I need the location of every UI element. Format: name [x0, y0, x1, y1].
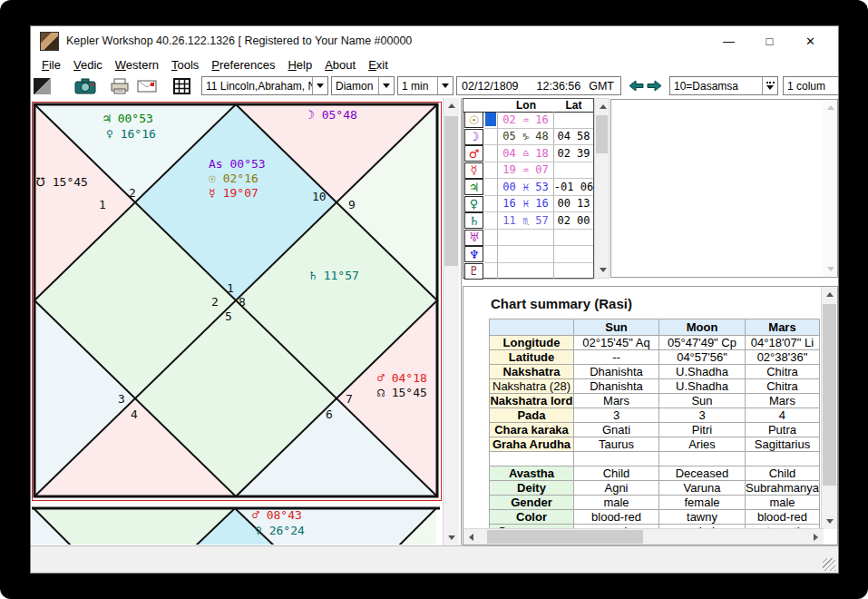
menu-item-tools[interactable]: Tools — [165, 58, 205, 72]
summary-cell: male — [746, 496, 820, 510]
saturn-icon[interactable]: ♄ — [463, 212, 484, 230]
menu-item-preferences[interactable]: Preferences — [205, 58, 281, 72]
selection-cell[interactable] — [484, 196, 498, 213]
chart-selector-combo[interactable]: 11 Lincoln,Abraham, Natal — [201, 76, 328, 95]
chart-scrollbar-thumb[interactable] — [444, 116, 458, 266]
position-row-moon[interactable]: ☽05 ♑ 4804 58 — [463, 129, 593, 146]
selection-cell[interactable] — [484, 145, 498, 162]
camera-icon[interactable] — [74, 78, 96, 94]
menu-item-western[interactable]: Western — [109, 58, 165, 72]
datetime-field[interactable]: 02/12/1809 12:36:56 GMT — [456, 76, 621, 95]
minimize-button[interactable]: — — [708, 27, 749, 54]
selection-cell[interactable] — [484, 162, 498, 180]
summary-scroll-up-arrow[interactable] — [822, 287, 837, 302]
summary-v-scrollbar[interactable] — [821, 287, 837, 529]
summary-cell: Deceased — [659, 466, 746, 481]
chart-planet-label: ℧ 15°45 — [36, 175, 88, 189]
menu-item-exit[interactable]: Exit — [362, 58, 395, 72]
neptune-icon[interactable]: ♆ — [463, 246, 484, 263]
draw-icon[interactable] — [34, 78, 51, 94]
summary-scroll-left-arrow[interactable] — [463, 529, 479, 545]
summary-row: Gendermalefemalemale — [490, 496, 820, 510]
summary-row-label: Gender — [490, 496, 574, 510]
step-forward-arrow-icon[interactable] — [647, 79, 662, 93]
selection-cell[interactable] — [484, 112, 498, 129]
summary-h-scrollbar-thumb[interactable] — [487, 530, 643, 544]
date-value: 02/12/1809 — [457, 80, 519, 93]
pluto-icon[interactable]: ♇ — [463, 263, 484, 280]
position-row-sun[interactable]: ☉02 ♒ 16 — [463, 112, 593, 129]
close-button[interactable]: ✕ — [790, 27, 831, 54]
sun-icon[interactable]: ☉ — [463, 112, 484, 129]
step-selector-value: 1 min — [398, 80, 437, 93]
positions-scrollbar[interactable] — [594, 98, 610, 279]
selection-cell[interactable] — [484, 179, 498, 196]
menu-item-vedic[interactable]: Vedic — [67, 58, 109, 72]
menu-item-file[interactable]: File — [35, 58, 67, 72]
timezone-value: GMT — [580, 80, 614, 93]
position-row-jupiter[interactable]: ♃00 ♓ 53-01 06 — [463, 179, 593, 196]
maximize-button[interactable]: □ — [749, 27, 790, 54]
position-row-mercury[interactable]: ☿19 ♒ 07 — [463, 162, 593, 180]
style-selector-combo[interactable]: Diamon — [331, 76, 395, 95]
uranus-icon[interactable]: ♅ — [463, 230, 484, 247]
position-row-uranus[interactable]: ♅ — [463, 230, 593, 247]
summary-row: Longitude02°15'45" Aq05°47'49" Cp04°18'0… — [490, 336, 820, 350]
chart-selector-value: 11 Lincoln,Abraham, Natal — [202, 80, 312, 93]
chart-scroll-up-arrow[interactable] — [444, 98, 459, 113]
position-row-mars[interactable]: ♂04 ♎ 1802 39 — [463, 145, 593, 162]
email-icon[interactable] — [137, 80, 157, 93]
summary-cell: 04°57'56" — [659, 350, 746, 365]
position-row-saturn[interactable]: ♄11 ♏ 5702 00 — [463, 212, 593, 230]
rasi-chart[interactable]: 2112851093476 ♃ 00°53♀ 16°16☽ 05°48As 00… — [32, 102, 442, 501]
selection-cell[interactable] — [484, 129, 498, 146]
menu-item-help[interactable]: Help — [281, 58, 318, 72]
summary-column-sun: Sun — [574, 319, 659, 336]
longitude-value: 19 ♒ 07 — [498, 162, 554, 180]
position-row-venus[interactable]: ♀16 ♓ 1600 13 — [463, 196, 593, 213]
summary-row: Pada334 — [490, 408, 820, 423]
menu-item-about[interactable]: About — [318, 58, 362, 72]
chart-scroll-down-arrow[interactable] — [444, 530, 459, 545]
house-number: 9 — [348, 198, 356, 211]
summary-scroll-right-arrow[interactable] — [808, 529, 824, 545]
resize-grip[interactable] — [823, 558, 835, 571]
longitude-value — [498, 230, 554, 247]
chart-selector-dropdown-button[interactable] — [312, 77, 327, 94]
summary-h-scrollbar[interactable] — [463, 528, 824, 545]
venus-icon[interactable]: ♀ — [463, 196, 484, 213]
selection-cell[interactable] — [484, 263, 498, 280]
selected-cell-highlight — [485, 113, 496, 126]
style-selector-dropdown-button[interactable] — [378, 77, 394, 94]
column-selector-combo[interactable]: 1 colum — [783, 76, 838, 95]
moon-icon[interactable]: ☽ — [463, 129, 484, 146]
mars-icon[interactable]: ♂ — [463, 145, 484, 162]
summary-v-scrollbar-thumb[interactable] — [823, 304, 836, 486]
mercury-icon[interactable]: ☿ — [463, 162, 484, 180]
chart-scrollbar[interactable] — [443, 98, 459, 545]
right-panel: Lon Lat ☉02 ♒ 16☽05 ♑ 4804 58♂04 ♎ 1802 … — [461, 98, 838, 545]
step-selector-dropdown-button[interactable] — [437, 77, 453, 94]
secondary-chart[interactable]: ♂ 08°43♀ 26°24 — [32, 506, 442, 545]
step-selector-combo[interactable]: 1 min — [397, 76, 454, 95]
menu-bar: FileVedicWesternToolsPreferencesHelpAbou… — [31, 55, 838, 74]
latitude-value — [554, 263, 593, 280]
selection-cell[interactable] — [484, 212, 498, 230]
position-row-pluto[interactable]: ♇ — [463, 263, 593, 280]
grid-icon[interactable] — [173, 78, 190, 94]
varga-selector-combo[interactable]: 10=Dasamsa — [669, 76, 778, 95]
title-bar[interactable]: Kepler Workshop 40.26.122.1326 [ Registe… — [31, 26, 838, 55]
positions-scroll-down-arrow[interactable] — [595, 262, 610, 278]
detail-panel-scrollbar[interactable] — [823, 100, 837, 277]
planet-positions-table[interactable]: Lon Lat ☉02 ♒ 16☽05 ♑ 4804 58♂04 ♎ 1802 … — [463, 98, 594, 279]
positions-scroll-up-arrow[interactable] — [595, 99, 610, 114]
varga-selector-spin-button[interactable] — [762, 77, 777, 94]
summary-scroll-down-arrow[interactable] — [822, 514, 837, 529]
print-icon[interactable] — [110, 78, 130, 94]
position-row-neptune[interactable]: ♆ — [463, 246, 593, 263]
selection-cell[interactable] — [484, 246, 498, 263]
selection-cell[interactable] — [484, 230, 498, 247]
step-back-arrow-icon[interactable] — [629, 79, 644, 93]
positions-scrollbar-thumb[interactable] — [596, 115, 608, 153]
jupiter-icon[interactable]: ♃ — [463, 179, 484, 196]
